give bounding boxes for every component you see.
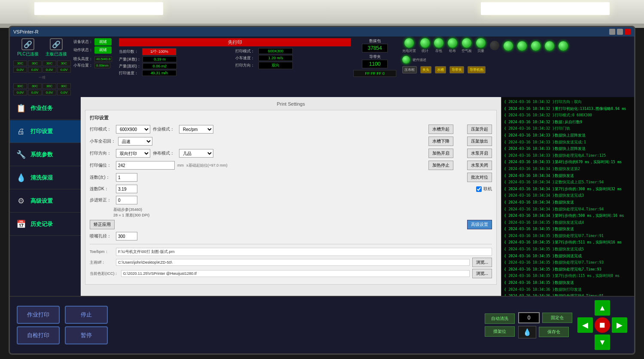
browse-tiff-btn[interactable]: 浏览... [472, 258, 492, 267]
sidebar-item-clean[interactable]: 💧 清洗保湿 [10, 167, 81, 189]
light-bulb-4 [448, 38, 457, 48]
cart-pos-val: 0.00mm [94, 63, 110, 68]
sidebar-item-job[interactable]: 📋 作业任务 [10, 97, 81, 120]
arrow-right-btn[interactable]: ▶ [612, 317, 627, 333]
log-entry: { 2024-03-16 10:34:33 }第4行步待的670 ms，实际时间… [503, 159, 632, 166]
browse-icc-btn[interactable]: 浏览... [472, 269, 492, 278]
advanced-settings-btn[interactable]: 高级设置 [467, 220, 492, 229]
step-correct-input[interactable] [116, 196, 137, 204]
arrow-center-btn[interactable]: ⏹ [595, 317, 610, 333]
paper-mode-select[interactable]: 几品 [179, 149, 213, 158]
log-panel: { 2024-03-16 10:34:32 }打印方向：双向{ 2024-03-… [501, 97, 634, 296]
print-mode-select[interactable]: 600X900 [116, 125, 150, 134]
print-offset-unit: mm [177, 163, 184, 167]
confirm-btn[interactable]: 固定仓 [542, 313, 572, 323]
self-check-btn[interactable]: 自检打印 [17, 326, 60, 344]
arrow-up-btn[interactable]: ▲ [595, 300, 610, 316]
heat-stop-btn[interactable]: 加热停止 [428, 161, 453, 170]
panel-title: Print Settings [85, 101, 497, 106]
small-car-label: 小车全召回： [90, 138, 115, 144]
light-bulb-6 [476, 38, 486, 48]
arrow-down-btn[interactable]: ▼ [595, 335, 610, 350]
yabukuang-btn[interactable]: 压布框 [402, 66, 417, 73]
pause-btn[interactable]: 暂停 [65, 326, 108, 344]
arrow-left-btn[interactable]: ◀ [577, 317, 593, 333]
count2-label: 连数DK： [90, 186, 113, 192]
small-car-select[interactable]: 品速 [118, 137, 152, 146]
work-mode-select[interactable]: Rec/pm [179, 125, 213, 134]
print-dir-val: 双向 [258, 62, 293, 69]
nozzle-row: 喷嘴孔径： [90, 232, 492, 240]
count2-input[interactable] [116, 185, 137, 193]
sidebar-item-advanced[interactable]: ⚙ 高级设置 [10, 190, 81, 213]
indicator-section: 光电对置 统计 存包 给布 [399, 38, 631, 95]
sidebar-label-job: 作业任务 [30, 104, 53, 112]
output-meter-label: 产量(米数)： [119, 57, 141, 62]
minimize-button[interactable] [609, 29, 615, 35]
sidebar-item-system[interactable]: 🔧 系统参数 [10, 143, 81, 166]
sidebar-label-print: 打印设置 [30, 128, 53, 135]
link-checkbox[interactable] [476, 186, 482, 192]
log-entry: { 2024-03-16 10:34:33 }数据快发送完成:1 [503, 139, 632, 146]
heat-front-btn[interactable]: 加热开启 [428, 149, 453, 158]
daidaijire-btn[interactable]: 导带机热 [468, 66, 486, 73]
reset-btn[interactable]: 摆架位 [485, 326, 515, 337]
advanced-icon: ⚙ [15, 195, 27, 207]
output-area-label: 产量(面积)： [119, 64, 141, 69]
press-down-btn[interactable]: 压架放出 [467, 137, 492, 146]
guiding-val: 1100 [362, 60, 388, 68]
water-up-btn[interactable]: 水槽升起 [428, 125, 453, 134]
water-stop-btn[interactable]: 水泵关闭 [467, 161, 492, 170]
counter-label: 数媒包 [369, 38, 381, 44]
print-offset-input[interactable] [116, 161, 175, 170]
log-entry: { 2024-03-16 10:34:34 }数据快处理完毕4.Timer:94 [503, 206, 632, 213]
log-entry: { 2024-03-16 10:34:33 }数据快上层阵发送 [503, 132, 632, 139]
log-entry: { 2024-03-16 10:34:34 }数据快发送 [503, 173, 632, 180]
water-down-btn[interactable]: 水槽下降 [428, 137, 453, 146]
action-status-label: 动作状态： [73, 47, 93, 53]
history-icon: 📅 [15, 218, 27, 230]
correct-btn[interactable]: 矫正应用 [90, 220, 115, 229]
counter-section: 数媒包 37854 导带夹 1100 FF FF FF 0 [353, 38, 396, 95]
form-row-4: 打印偏位： mm x基础起始位(+97.0 mm) 加热停止 水泵关闭 [90, 161, 492, 170]
maximize-button[interactable] [617, 29, 623, 35]
auto-clean-btn[interactable]: 自动清洗 [485, 313, 515, 324]
log-entry: { 2024-03-16 10:34:33 }数据快上层阵发送 [503, 146, 632, 152]
close-button[interactable] [625, 29, 631, 35]
device-status-btn[interactable]: 就绪 [94, 38, 112, 46]
sidebar-item-history[interactable]: 📅 历史记录 [10, 213, 81, 236]
print-speed-label: 打印速度： [119, 70, 140, 76]
link-checkbox-row: 联机 [476, 186, 492, 192]
daidaijia-btn[interactable]: 导带夹 [450, 66, 464, 73]
stop-btn[interactable]: 停止 [65, 306, 108, 324]
ink-btn[interactable]: 💧 [518, 326, 536, 338]
print-dir-label2: 打印方向： [90, 150, 113, 156]
count1-input[interactable] [116, 173, 137, 182]
print-mode-label: 打印模式： [90, 126, 113, 132]
print-dir-select[interactable]: 双向打印 [116, 149, 150, 158]
log-entry: { 2024-03-16 10:34:34 }数据快发送完成3 [503, 192, 632, 199]
file-tiff-label: 主画tiff： [90, 260, 113, 265]
log-entry: { 2024-03-16 10:34:34 }数据快发送第2 [503, 166, 632, 173]
light-bulb-12 [559, 41, 568, 51]
press-up-btn[interactable]: 压架升起 [467, 125, 492, 134]
nozzle-input[interactable] [116, 232, 137, 240]
light-guangdian: 光电对置 [402, 38, 416, 53]
light-8 [504, 41, 513, 51]
log-entry: { 2024-03-16 10:34:32 }重打印初始化:131413.图像缩… [503, 106, 632, 113]
sidebar-item-print[interactable]: 🖨 打印设置 [10, 120, 81, 143]
deep-save-btn[interactable]: 保存仓 [539, 327, 569, 337]
action-status-btn[interactable]: 就绪 [94, 46, 112, 54]
water-on-btn[interactable]: 水泵开启 [467, 149, 492, 158]
form-row-5: 连数(次)： 批次对位 [90, 173, 492, 182]
output-area-val: 0.06 m2 [143, 63, 177, 69]
job-print-btn[interactable]: 作业打印 [17, 306, 60, 324]
shuicao-btn[interactable]: 水槽 [435, 66, 446, 73]
print-icon: 🖨 [15, 125, 27, 137]
print-mode-label: 打印模式： [235, 49, 257, 54]
batch-btn[interactable]: 批次对位 [467, 173, 492, 182]
light-geibu: 给布 [448, 38, 457, 53]
jiatou-btn[interactable]: 夹头 [420, 66, 431, 73]
log-entry: { 2024-03-16 10:34:35 }数据快发送 [503, 226, 632, 233]
basic-step-note: 基础步参(35460) [113, 207, 492, 213]
